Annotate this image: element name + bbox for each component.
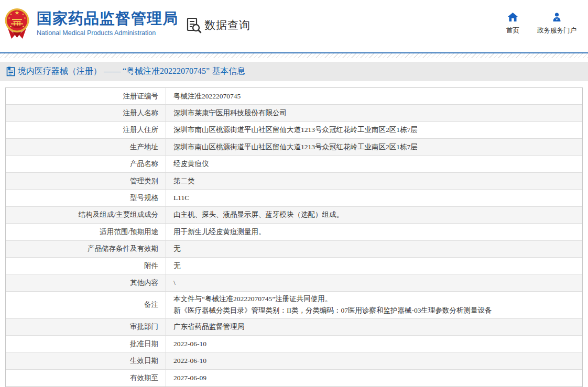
table-row: 其他内容 \ (6, 274, 582, 291)
info-table: 注册证编号 粤械注准20222070745 注册人名称 深圳市莱康宁医用科技股份… (5, 87, 583, 387)
svg-text:★: ★ (15, 9, 20, 16)
field-value: 深圳市南山区桃源街道平山社区留仙大道1213号众冠红花岭工业南区2区1栋7层 (166, 122, 582, 138)
field-label: 附件 (6, 258, 166, 274)
field-label: 管理类别 (6, 173, 166, 189)
field-label: 生效日期 (6, 352, 166, 369)
field-value: 深圳市莱康宁医用科技股份有限公司 (166, 105, 582, 121)
table-row: 审批部门 广东省药品监督管理局 (6, 319, 582, 336)
field-label: 产品储存条件及有效期 (6, 241, 166, 257)
org-name-en: National Medical Products Administration (37, 29, 178, 37)
field-value: 2022-06-10 (166, 336, 582, 352)
field-value: 由主机、探头、液晶显示屏、蓝牙模块（选配）组成。 (166, 207, 582, 223)
field-label: 生产地址 (6, 139, 166, 155)
user-icon (552, 13, 562, 21)
table-row: 注册人住所 深圳市南山区桃源街道平山社区留仙大道1213号众冠红花岭工业南区2区… (6, 122, 582, 139)
table-row: 结构及组成/主要组成成分 由主机、探头、液晶显示屏、蓝牙模块（选配）组成。 (6, 207, 582, 224)
field-value: 2022-06-10 (166, 352, 582, 369)
field-label: 注册证编号 (6, 88, 166, 104)
table-row: 备注 本文件与“粤械注准20222070745”注册证共同使用。新《医疗器械分类… (6, 292, 582, 319)
field-label: 型号规格 (6, 190, 166, 206)
field-value: 广东省药品监督管理局 (166, 319, 582, 335)
breadcrumb: 境内医疗器械（注册） —— “粤械注准20222070745” 基本信息 (0, 62, 588, 81)
field-label: 审批部门 (6, 319, 166, 335)
home-icon (508, 13, 518, 21)
field-label: 结构及组成/主要组成成分 (6, 207, 166, 223)
site-header: ★ ★ ★ ★ ★ 国家药品监督管理局 National Medical Pro… (0, 0, 588, 52)
document-icon (6, 67, 15, 76)
table-row: 产品名称 经皮黄疸仪 (6, 156, 582, 173)
svg-text:★: ★ (22, 13, 25, 16)
svg-text:★: ★ (24, 16, 26, 19)
field-value: 用于新生儿经皮黄疸测量用。 (166, 224, 582, 240)
data-query-link[interactable]: 数据查询 (186, 17, 251, 34)
table-row: 批准日期 2022-06-10 (6, 336, 582, 352)
site-logo[interactable]: ★ ★ ★ ★ ★ 国家药品监督管理局 National Medical Pro… (4, 6, 178, 40)
nav-portal-label: 政务服务门户 (537, 26, 576, 35)
field-label: 注册人住所 (6, 122, 166, 138)
field-value: 深圳市南山区桃源街道平山社区留仙大道1213号众冠红花岭工业南区2区1栋7层 (166, 139, 582, 155)
field-value: 本文件与“粤械注准20222070745”注册证共同使用。新《医疗器械分类目录》… (166, 292, 582, 318)
field-label: 批准日期 (6, 336, 166, 352)
table-row: 生效日期 2022-06-10 (6, 352, 582, 369)
field-value-line: 新《医疗器械分类目录》管理类别：II类，分类编码：07医用诊察和监护器械-03生… (173, 305, 577, 316)
table-row: 适用范围/预期用途 用于新生儿经皮黄疸测量用。 (6, 224, 582, 240)
field-value: 经皮黄疸仪 (166, 156, 582, 172)
hatch-band (0, 53, 588, 58)
field-label: 注册人名称 (6, 105, 166, 121)
breadcrumb-text: 境内医疗器械（注册） —— “粤械注准20222070745” 基本信息 (18, 66, 245, 77)
field-label: 其他内容 (6, 274, 166, 291)
field-value: L11C (166, 190, 582, 206)
field-value: 第二类 (166, 173, 582, 189)
data-query-label: 数据查询 (204, 18, 251, 32)
field-value: 无 (166, 258, 582, 274)
org-name-zh: 国家药品监督管理局 (37, 10, 178, 27)
nav-portal[interactable]: 政务服务门户 (537, 13, 576, 35)
svg-text:★: ★ (10, 13, 13, 16)
table-row: 管理类别 第二类 (6, 173, 582, 190)
table-row: 注册人名称 深圳市莱康宁医用科技股份有限公司 (6, 105, 582, 121)
nav-home-label: 首页 (506, 26, 519, 35)
field-value: \ (166, 274, 582, 291)
field-label: 产品名称 (6, 156, 166, 172)
svg-text:★: ★ (8, 16, 10, 19)
field-label: 有效期至 (6, 370, 166, 386)
table-row: 有效期至 2027-06-09 (6, 370, 582, 386)
document-search-icon (186, 17, 202, 34)
top-nav: 首页 政务服务门户 (506, 13, 576, 35)
field-label: 备注 (6, 292, 166, 318)
nav-home[interactable]: 首页 (506, 13, 519, 35)
field-label: 适用范围/预期用途 (6, 224, 166, 240)
table-row: 型号规格 L11C (6, 190, 582, 206)
field-value: 粤械注准20222070745 (166, 88, 582, 104)
table-row: 附件 无 (6, 258, 582, 274)
field-value: 2027-06-09 (166, 370, 582, 386)
table-row: 生产地址 深圳市南山区桃源街道平山社区留仙大道1213号众冠红花岭工业南区2区1… (6, 139, 582, 156)
table-row: 产品储存条件及有效期 无 (6, 241, 582, 258)
field-value-line: 本文件与“粤械注准20222070745”注册证共同使用。 (173, 293, 577, 305)
org-names: 国家药品监督管理局 National Medical Products Admi… (37, 10, 178, 37)
field-value: 无 (166, 241, 582, 257)
national-emblem-logo: ★ ★ ★ ★ ★ (4, 6, 30, 40)
table-row: 注册证编号 粤械注准20222070745 (6, 88, 582, 105)
